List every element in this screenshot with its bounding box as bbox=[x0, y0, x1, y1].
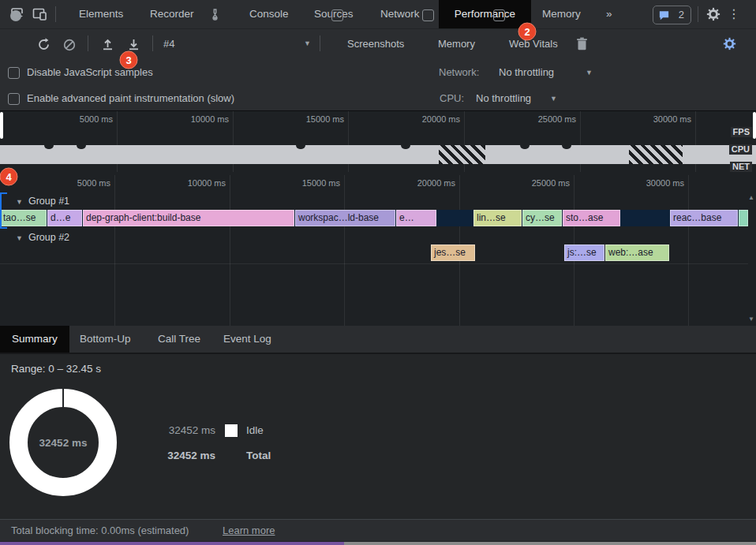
tab-event-log[interactable]: Event Log bbox=[223, 326, 271, 353]
tab-label: Performance bbox=[455, 8, 515, 20]
gridline bbox=[688, 175, 689, 326]
tab-network[interactable]: Network bbox=[380, 0, 420, 28]
capture-settings-gear-icon[interactable] bbox=[723, 37, 736, 50]
gridline bbox=[344, 175, 345, 326]
cpu-busy-region bbox=[439, 145, 485, 164]
scrollbar-up-arrow[interactable]: ▲ bbox=[747, 194, 756, 201]
tutorial-badge-2[interactable]: 2 bbox=[518, 23, 537, 41]
tab-recorder[interactable]: Recorder bbox=[150, 0, 194, 28]
collapse-arrow-icon[interactable]: ▼ bbox=[16, 198, 23, 206]
recorder-flask-icon bbox=[210, 9, 220, 21]
settings-gear-icon[interactable] bbox=[706, 7, 720, 21]
donut-center-label: 32452 ms bbox=[9, 389, 117, 496]
tab-elements[interactable]: Elements bbox=[79, 0, 123, 28]
row-separator bbox=[0, 263, 748, 264]
chat-bubble-icon bbox=[658, 9, 670, 21]
learn-more-link[interactable]: Learn more bbox=[223, 520, 275, 542]
group-2-header[interactable]: ▼Group #2 bbox=[16, 230, 69, 245]
upload-profile-icon[interactable] bbox=[101, 38, 114, 50]
time-tick: 20000 ms bbox=[387, 178, 455, 188]
cpu-busy-region bbox=[629, 145, 683, 164]
flame-bar[interactable]: tao…se bbox=[0, 210, 47, 226]
flame-bar[interactable]: dep-graph-client:build-base bbox=[83, 210, 294, 226]
time-tick: 30000 ms bbox=[623, 114, 691, 124]
scrollbar-down-arrow[interactable]: ▼ bbox=[747, 315, 756, 323]
flame-bar[interactable]: e… bbox=[396, 210, 436, 226]
gridline bbox=[230, 175, 230, 326]
more-options-menu-icon[interactable]: ⋮ bbox=[728, 5, 739, 24]
tab-console[interactable]: Console bbox=[249, 0, 289, 28]
tutorial-badge-4[interactable]: 4 bbox=[0, 168, 18, 186]
session-select[interactable]: #4 bbox=[163, 29, 174, 58]
selection-bracket bbox=[0, 192, 2, 229]
paint-instrumentation-checkbox[interactable] bbox=[8, 93, 20, 105]
network-throttle-select[interactable]: No throttling bbox=[499, 66, 554, 78]
legend-value: 32452 ms bbox=[126, 450, 215, 462]
time-tick: 5000 ms bbox=[45, 114, 113, 124]
flame-chart[interactable]: 5000 ms10000 ms15000 ms20000 ms25000 ms3… bbox=[0, 172, 756, 326]
flame-bar[interactable]: reac…base bbox=[670, 210, 738, 226]
tab-memory[interactable]: Memory bbox=[542, 0, 581, 28]
clear-icon[interactable] bbox=[63, 39, 76, 51]
gridline bbox=[114, 175, 115, 326]
chat-button[interactable]: 2 bbox=[653, 6, 691, 24]
legend-label: Total bbox=[246, 450, 271, 462]
toolbar-separator bbox=[88, 35, 88, 51]
group-1-label: Group #1 bbox=[28, 196, 69, 207]
flame-bar[interactable]: d…e bbox=[47, 210, 82, 226]
desktop-strip-gray bbox=[344, 542, 756, 545]
desktop-strip-purple bbox=[0, 542, 344, 545]
tab-call-tree[interactable]: Call Tree bbox=[158, 326, 200, 353]
screenshots-checkbox-label: Screenshots bbox=[347, 29, 404, 58]
flame-bar[interactable]: workspac…ld-base bbox=[295, 210, 395, 226]
session-dropdown-arrow[interactable]: ▼ bbox=[304, 29, 311, 58]
toolbar-separator bbox=[55, 6, 56, 22]
reload-icon[interactable] bbox=[37, 38, 51, 51]
collapse-arrow-icon[interactable]: ▼ bbox=[16, 234, 23, 242]
legend-swatch bbox=[225, 424, 238, 437]
flame-bar[interactable]: js:…se bbox=[564, 245, 604, 261]
record-button[interactable] bbox=[10, 10, 21, 21]
memory-checkbox[interactable] bbox=[422, 9, 434, 21]
legend-value: 32452 ms bbox=[126, 424, 215, 437]
time-tick: 15000 ms bbox=[276, 114, 344, 124]
flame-bar[interactable]: web:…ase bbox=[605, 245, 669, 261]
web-vitals-checkbox[interactable] bbox=[493, 9, 505, 21]
device-toolbar-icon[interactable] bbox=[32, 7, 47, 21]
total-blocking-time-text: Total blocking time: 0.00ms (estimated) bbox=[11, 520, 189, 542]
flame-bar[interactable]: jes…se bbox=[431, 245, 475, 261]
overview-right-handle[interactable] bbox=[753, 112, 756, 139]
flame-bar[interactable]: lin…se bbox=[473, 210, 522, 226]
more-tabs-chevron[interactable]: » bbox=[606, 0, 612, 28]
flame-bar[interactable]: cy…se bbox=[522, 210, 562, 226]
legend-label: Idle bbox=[246, 424, 264, 437]
details-tabbar: SummaryBottom-UpCall TreeEvent Log bbox=[0, 326, 756, 354]
trash-icon[interactable] bbox=[576, 37, 588, 50]
network-throttle-arrow[interactable]: ▼ bbox=[586, 69, 593, 77]
tab-performance[interactable]: Performance bbox=[439, 0, 531, 28]
overview-left-handle[interactable] bbox=[0, 112, 3, 139]
disable-js-samples-label: Disable JavaScript samples bbox=[27, 66, 153, 78]
flame-bar[interactable]: sto…ase bbox=[563, 210, 620, 226]
download-profile-icon[interactable] bbox=[127, 38, 140, 50]
paint-instrumentation-label: Enable advanced paint instrumentation (s… bbox=[27, 92, 234, 104]
tab-bottom-up[interactable]: Bottom-Up bbox=[80, 326, 131, 353]
toolbar-separator bbox=[320, 35, 320, 51]
time-tick: 25000 ms bbox=[508, 114, 576, 124]
time-tick: 30000 ms bbox=[616, 178, 684, 188]
flame-bar[interactable] bbox=[739, 210, 748, 226]
lane-label-fps: FPS bbox=[731, 127, 752, 137]
group-1-header[interactable]: ▼Group #1 bbox=[16, 194, 69, 208]
timeline-overview[interactable]: 5000 ms10000 ms15000 ms20000 ms25000 ms3… bbox=[0, 110, 756, 173]
cpu-throttle-arrow[interactable]: ▼ bbox=[550, 95, 557, 103]
cpu-throttle-label: CPU: bbox=[440, 92, 464, 104]
time-tick: 20000 ms bbox=[392, 114, 460, 124]
cpu-throttle-select[interactable]: No throttling bbox=[476, 92, 531, 104]
chat-count: 2 bbox=[679, 6, 684, 24]
disable-js-samples-checkbox[interactable] bbox=[8, 67, 20, 79]
tutorial-badge-3[interactable]: 3 bbox=[120, 51, 138, 69]
tab-summary[interactable]: Summary bbox=[0, 326, 69, 353]
screenshots-checkbox[interactable] bbox=[331, 9, 343, 21]
selection-bracket bbox=[0, 227, 7, 229]
lane-label-net: NET bbox=[730, 162, 752, 172]
